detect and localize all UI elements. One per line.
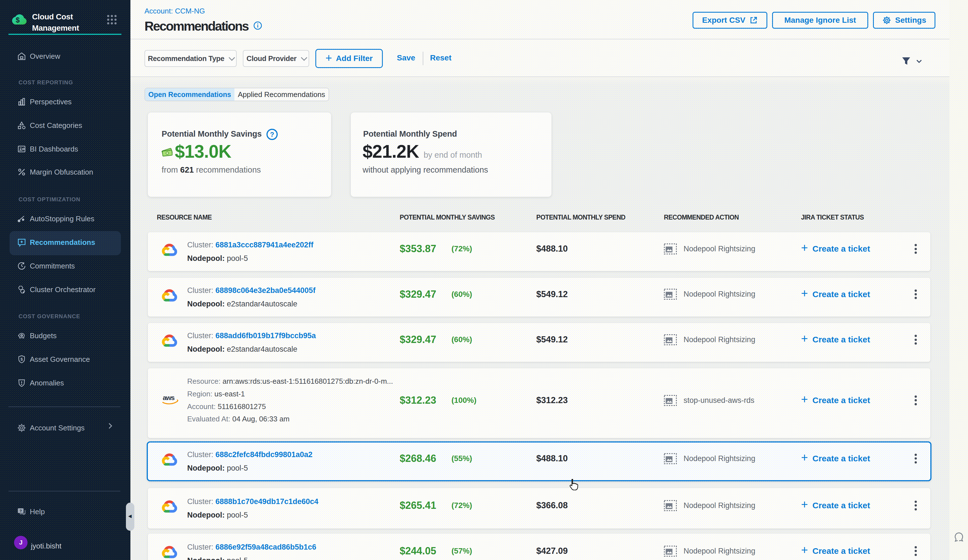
svg-text:aws: aws [163,394,174,401]
svg-text:$: $ [21,334,23,337]
svg-text:?: ? [19,509,22,513]
svg-text:$: $ [16,16,20,24]
svg-text:$: $ [20,357,23,361]
